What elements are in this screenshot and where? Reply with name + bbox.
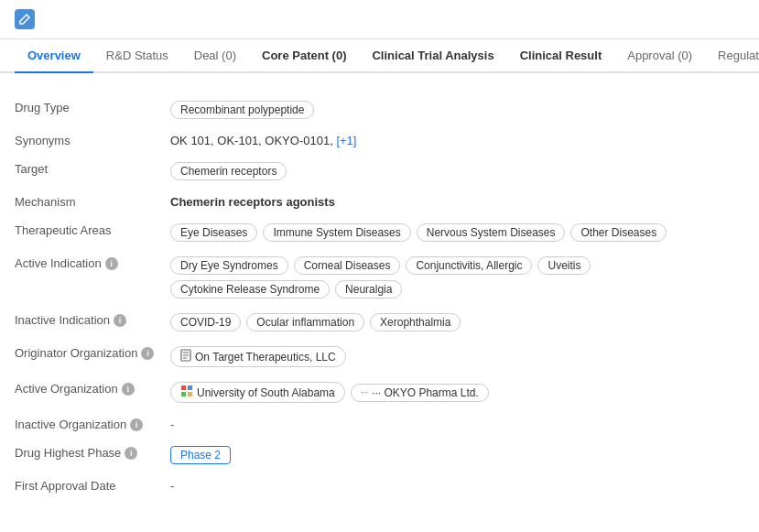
info-row-1: SynonymsOK 101, OK-101, OKYO-0101, [+1] [15,134,744,147]
info-row-5: Active IndicationiDry Eye SyndromesCorne… [15,256,744,299]
org-tag-8-1[interactable]: ······ OKYO Pharma Ltd. [351,384,489,402]
info-icon-7[interactable]: i [141,347,154,360]
tag-5-0[interactable]: Dry Eye Syndromes [170,256,288,275]
info-row-3: MechanismChemerin receptors agonists [15,195,744,209]
row-value-7: On Target Therapeutics, LLC [170,346,744,367]
info-row-4: Therapeutic AreasEye DiseasesImmune Syst… [15,223,744,242]
row-value-0: Recombinant polypeptide [170,101,744,119]
svg-rect-7 [188,392,192,396]
info-icon-6[interactable]: i [114,314,126,327]
phase-tag-10[interactable]: Phase 2 [170,446,231,464]
tag-6-1[interactable]: Ocular inflammation [246,313,364,331]
info-rows: Drug TypeRecombinant polypeptideSynonyms… [15,101,744,493]
nav-item-1[interactable]: R&D Status [93,39,181,71]
nav-item-0[interactable]: Overview [15,39,93,71]
org-name-0: On Target Therapeutics, LLC [195,351,336,364]
svg-rect-5 [188,385,192,390]
svg-rect-4 [181,385,186,390]
row-label-8: Active Organizationi [15,382,170,396]
tag-2-0[interactable]: Chemerin receptors [170,162,287,180]
org-icon-0 [180,349,191,364]
row-value-3: Chemerin receptors agonists [170,195,744,209]
tag-6-2[interactable]: Xerophthalmia [370,313,461,331]
org-icon-1: ··· [361,387,368,397]
row-label-10: Drug Highest Phasei [15,446,170,460]
row-label-9: Inactive Organizationi [15,418,170,431]
tag-4-2[interactable]: Nervous System Diseases [417,223,566,242]
org-tag-7-0[interactable]: On Target Therapeutics, LLC [170,346,346,367]
row-value-10: Phase 2 [170,446,744,464]
tag-5-4[interactable]: Cytokine Release Syndrome [170,280,330,299]
nav-item-6[interactable]: Approval (0) [614,39,705,71]
navigation: OverviewR&D StatusDeal (0)Core Patent (0… [0,39,759,73]
info-row-11: First Approval Date- [15,479,744,493]
page-header [0,0,759,39]
nav-item-3[interactable]: Core Patent (0) [249,39,359,71]
row-value-6: COVID-19Ocular inflammationXerophthalmia [170,313,744,331]
main-content: Drug TypeRecombinant polypeptideSynonyms… [0,73,759,522]
org-name-0: University of South Alabama [197,386,335,399]
row-label-6: Inactive Indicationi [15,313,170,327]
org-tag-8-0[interactable]: University of South Alabama [170,382,345,403]
row-label-1: Synonyms [15,134,170,147]
row-value-8: University of South Alabama······ OKYO P… [170,382,744,403]
nav-item-5[interactable]: Clinical Result [507,39,615,71]
info-row-0: Drug TypeRecombinant polypeptide [15,101,744,119]
row-value-5: Dry Eye SyndromesCorneal DiseasesConjunc… [170,256,744,299]
nav-item-2[interactable]: Deal (0) [181,39,249,71]
synonyms-link[interactable]: [+1] [336,134,356,147]
info-row-6: Inactive IndicationiCOVID-19Ocular infla… [15,313,744,331]
tag-4-3[interactable]: Other Diseases [570,223,667,242]
row-label-7: Originator Organizationi [15,346,170,360]
info-icon-10[interactable]: i [125,447,137,460]
tag-5-3[interactable]: Uveitis [537,256,591,275]
info-icon-9[interactable]: i [130,418,143,431]
tag-4-1[interactable]: Immune System Diseases [263,223,410,242]
row-value-11: - [170,479,744,493]
row-value-9: - [170,418,744,431]
tag-5-2[interactable]: Conjunctivitis, Allergic [406,256,532,275]
tag-0-0[interactable]: Recombinant polypeptide [170,101,314,119]
info-icon-8[interactable]: i [122,383,135,396]
dash-value-9: - [170,418,174,431]
nav-item-4[interactable]: Clinical Trial Analysis [359,39,506,71]
info-row-9: Inactive Organizationi- [15,418,744,431]
synonyms-text-1: OK 101, OK-101, OKYO-0101, [+1] [170,134,356,147]
bold-text-3: Chemerin receptors agonists [170,195,335,209]
row-value-4: Eye DiseasesImmune System DiseasesNervou… [170,223,744,242]
tag-5-1[interactable]: Corneal Diseases [294,256,401,275]
info-row-7: Originator OrganizationiOn Target Therap… [15,346,744,367]
row-label-4: Therapeutic Areas [15,223,170,237]
org-icon-0 [180,385,193,400]
row-value-1: OK 101, OK-101, OKYO-0101, [+1] [170,134,744,147]
row-label-11: First Approval Date [15,479,170,493]
info-row-10: Drug Highest PhaseiPhase 2 [15,446,744,464]
tag-5-5[interactable]: Neuralgia [335,280,402,299]
row-value-2: Chemerin receptors [170,162,744,180]
info-row-8: Active OrganizationiUniversity of South … [15,382,744,403]
svg-rect-6 [181,392,186,396]
row-label-3: Mechanism [15,195,170,209]
dash-value-11: - [170,479,174,493]
row-label-0: Drug Type [15,101,170,114]
tag-6-0[interactable]: COVID-19 [170,313,241,331]
row-label-2: Target [15,162,170,176]
info-row-2: TargetChemerin receptors [15,162,744,180]
info-icon-5[interactable]: i [105,257,118,270]
nav-item-7[interactable]: Regulatory Review (0) [705,39,759,71]
org-name-1: ··· OKYO Pharma Ltd. [372,386,479,399]
row-label-5: Active Indicationi [15,256,170,270]
header-icon [15,9,35,29]
tag-4-0[interactable]: Eye Diseases [170,223,257,242]
